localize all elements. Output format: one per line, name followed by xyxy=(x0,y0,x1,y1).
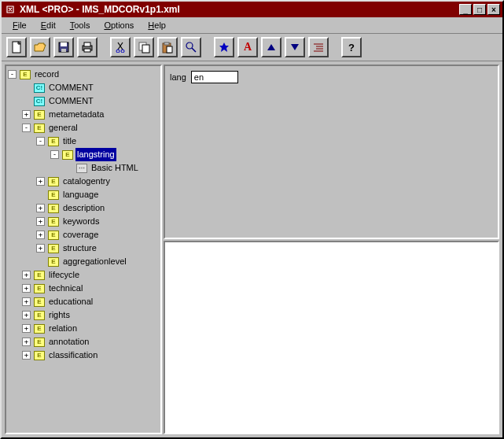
comment-icon: C! xyxy=(34,83,45,93)
element-icon: E xyxy=(34,311,45,320)
svg-line-15 xyxy=(192,48,196,52)
svg-rect-5 xyxy=(84,42,90,46)
svg-rect-13 xyxy=(167,46,172,53)
menu-options[interactable]: Options xyxy=(97,19,140,31)
minimize-button[interactable]: _ xyxy=(459,4,472,15)
up-button[interactable] xyxy=(261,37,281,57)
tree-node-comment[interactable]: COMMENT xyxy=(47,81,95,94)
tree-node-coverage[interactable]: coverage xyxy=(61,228,100,242)
element-icon: E xyxy=(48,257,59,267)
svg-rect-3 xyxy=(61,49,66,52)
tree-node-classification[interactable]: classification xyxy=(47,349,99,362)
cut-button[interactable] xyxy=(110,37,131,57)
element-icon: E xyxy=(48,137,59,146)
tree-node-general[interactable]: general xyxy=(47,121,79,135)
menu-tools[interactable]: Tools xyxy=(64,19,97,31)
toggle-icon[interactable]: + xyxy=(22,110,31,119)
toggle-icon[interactable]: + xyxy=(36,217,45,226)
svg-rect-10 xyxy=(142,45,149,53)
tree-node-rights[interactable]: rights xyxy=(47,308,72,322)
tree-pane[interactable]: -Erecord C!COMMENT C!COMMENT +Emetametad… xyxy=(5,65,162,434)
element-icon: E xyxy=(20,70,31,79)
svg-point-14 xyxy=(186,42,193,49)
element-icon: E xyxy=(34,297,45,307)
element-icon: E xyxy=(34,351,45,360)
toggle-icon[interactable]: - xyxy=(8,70,17,79)
menu-edit[interactable]: Edit xyxy=(35,19,62,31)
tree-node-lifecycle[interactable]: lifecycle xyxy=(47,268,81,282)
svg-point-7 xyxy=(116,50,120,53)
app-icon xyxy=(4,3,17,16)
tree-node-metametadata[interactable]: metametadata xyxy=(47,108,105,121)
print-button[interactable] xyxy=(77,37,97,57)
element-icon: E xyxy=(62,150,73,160)
toggle-icon[interactable]: + xyxy=(36,177,45,186)
value-pane[interactable] xyxy=(164,241,499,434)
toggle-icon[interactable]: + xyxy=(22,311,31,319)
new-button[interactable] xyxy=(6,37,27,57)
wellformed-button[interactable]: A xyxy=(237,37,258,57)
copy-button[interactable] xyxy=(134,37,154,57)
close-button[interactable]: × xyxy=(487,4,500,15)
save-button[interactable] xyxy=(53,37,74,57)
titlebar: XML <PRO> - IMS_MDCORv1p1.xml _ □ × xyxy=(2,2,502,17)
toggle-icon[interactable]: + xyxy=(36,204,45,212)
tree-node-language[interactable]: language xyxy=(61,188,100,201)
tree-node-technical[interactable]: technical xyxy=(47,282,84,295)
toggle-icon[interactable]: + xyxy=(22,271,31,279)
comment-icon: C! xyxy=(34,97,45,106)
svg-rect-12 xyxy=(164,42,169,45)
toggle-icon[interactable]: - xyxy=(50,150,59,159)
toggle-icon[interactable]: + xyxy=(22,338,31,346)
toggle-icon[interactable]: + xyxy=(22,351,31,360)
menu-help[interactable]: Help xyxy=(142,19,172,31)
element-icon: E xyxy=(34,324,45,334)
element-icon: E xyxy=(34,110,45,120)
tree-node-relation[interactable]: relation xyxy=(47,322,79,335)
tree-node-annotation[interactable]: annotation xyxy=(47,335,90,349)
element-icon: E xyxy=(34,124,45,133)
tree-node-langstring[interactable]: langstring xyxy=(75,148,116,161)
tree-node-record[interactable]: record xyxy=(33,68,61,81)
open-button[interactable] xyxy=(30,37,50,57)
tree-node-aggregationlevel[interactable]: aggregationlevel xyxy=(61,255,128,268)
element-icon: E xyxy=(34,271,45,280)
toggle-icon[interactable]: + xyxy=(22,297,31,306)
element-icon: E xyxy=(34,338,45,347)
tree-node-title[interactable]: title xyxy=(61,135,78,148)
content-area: -Erecord C!COMMENT C!COMMENT +Emetametad… xyxy=(2,61,502,437)
tree-node-structure[interactable]: structure xyxy=(61,242,98,255)
help-button[interactable]: ? xyxy=(341,37,362,57)
tree-node-description[interactable]: description xyxy=(61,201,106,215)
element-icon: E xyxy=(34,284,45,293)
paste-button[interactable] xyxy=(157,37,178,57)
tree-node-keywords[interactable]: keywords xyxy=(61,215,101,228)
main-window: XML <PRO> - IMS_MDCORv1p1.xml _ □ × File… xyxy=(0,0,504,439)
toggle-icon[interactable]: + xyxy=(36,244,45,253)
indent-button[interactable] xyxy=(308,37,329,57)
maximize-button[interactable]: □ xyxy=(473,4,486,15)
window-title: XML <PRO> - IMS_MDCORv1p1.xml xyxy=(20,4,458,15)
svg-point-8 xyxy=(121,50,124,53)
validate-button[interactable] xyxy=(214,37,234,57)
down-button[interactable] xyxy=(285,37,305,57)
find-button[interactable] xyxy=(181,37,201,57)
tree-node-comment[interactable]: COMMENT xyxy=(47,94,95,108)
svg-rect-6 xyxy=(84,49,90,52)
menubar: File Edit Tools Options Help xyxy=(2,17,502,34)
text-icon: ⋯ xyxy=(76,164,87,173)
toggle-icon[interactable]: + xyxy=(22,324,31,333)
tree-node-catalogentry[interactable]: catalogentry xyxy=(61,175,112,188)
element-icon: E xyxy=(48,190,59,200)
toggle-icon[interactable]: + xyxy=(22,284,31,293)
tree-node-educational[interactable]: educational xyxy=(47,295,94,308)
element-icon: E xyxy=(48,177,59,186)
svg-rect-2 xyxy=(61,42,67,46)
toggle-icon[interactable]: + xyxy=(36,231,45,239)
toggle-icon[interactable]: - xyxy=(36,137,45,146)
element-icon: E xyxy=(48,244,59,253)
attr-input-lang[interactable] xyxy=(191,71,238,83)
tree-node-basichtml[interactable]: Basic HTML xyxy=(90,161,140,175)
menu-file[interactable]: File xyxy=(6,19,33,31)
toggle-icon[interactable]: - xyxy=(22,124,31,132)
